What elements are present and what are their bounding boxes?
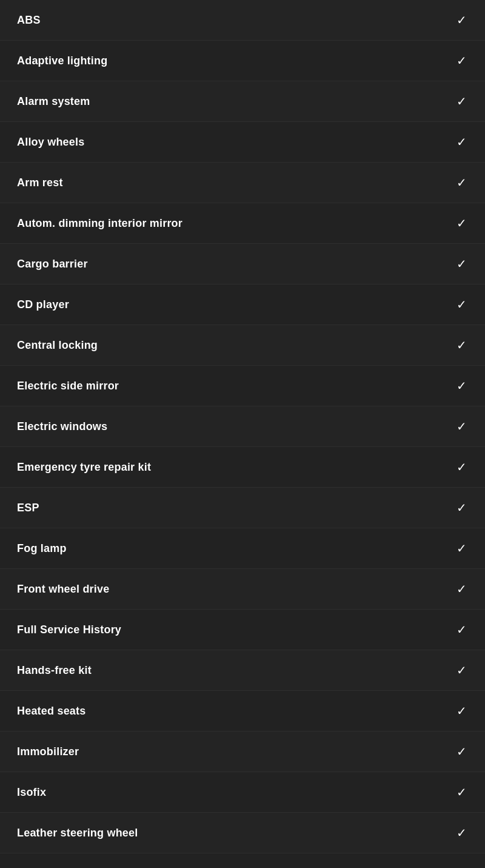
- feature-label-central-locking: Central locking: [17, 339, 98, 352]
- feature-item-esp: ESP: [0, 488, 485, 528]
- check-icon-isofix: [455, 786, 468, 799]
- feature-item-immobilizer: Immobilizer: [0, 732, 485, 772]
- feature-item-fog-lamp: Fog lamp: [0, 528, 485, 569]
- feature-item-central-locking: Central locking: [0, 325, 485, 366]
- check-icon-emergency-tyre-repair-kit: [455, 460, 468, 474]
- feature-label-alarm-system: Alarm system: [17, 95, 90, 108]
- check-icon-abs: [455, 13, 468, 27]
- feature-item-abs: ABS: [0, 0, 485, 41]
- feature-item-leather-steering-wheel: Leather steering wheel: [0, 813, 485, 853]
- check-icon-electric-side-mirror: [455, 379, 468, 392]
- feature-label-adaptive-lighting: Adaptive lighting: [17, 55, 107, 67]
- feature-item-adaptive-lighting: Adaptive lighting: [0, 41, 485, 81]
- feature-item-heated-seats: Heated seats: [0, 691, 485, 732]
- feature-item-electric-windows: Electric windows: [0, 406, 485, 447]
- feature-item-electric-side-mirror: Electric side mirror: [0, 366, 485, 406]
- feature-label-isofix: Isofix: [17, 786, 46, 799]
- feature-label-leather-steering-wheel: Leather steering wheel: [17, 827, 138, 839]
- feature-label-alloy-wheels: Alloy wheels: [17, 136, 84, 149]
- check-icon-hands-free-kit: [455, 664, 468, 677]
- feature-list: ABSAdaptive lightingAlarm systemAlloy wh…: [0, 0, 485, 868]
- feature-label-emergency-tyre-repair-kit: Emergency tyre repair kit: [17, 461, 151, 474]
- feature-label-arm-rest: Arm rest: [17, 177, 63, 189]
- feature-label-front-wheel-drive: Front wheel drive: [17, 583, 109, 596]
- feature-item-isofix: Isofix: [0, 772, 485, 813]
- check-icon-full-service-history: [455, 623, 468, 636]
- feature-item-light-sensor: Light sensor: [0, 853, 485, 868]
- check-icon-front-wheel-drive: [455, 582, 468, 596]
- check-icon-arm-rest: [455, 176, 468, 189]
- feature-item-autom-dimming-interior-mirror: Autom. dimming interior mirror: [0, 203, 485, 244]
- feature-label-electric-side-mirror: Electric side mirror: [17, 380, 119, 392]
- feature-item-hands-free-kit: Hands-free kit: [0, 650, 485, 691]
- check-icon-leather-steering-wheel: [455, 826, 468, 839]
- feature-label-esp: ESP: [17, 502, 39, 514]
- feature-label-abs: ABS: [17, 14, 41, 27]
- feature-label-autom-dimming-interior-mirror: Autom. dimming interior mirror: [17, 217, 182, 230]
- check-icon-adaptive-lighting: [455, 54, 468, 67]
- check-icon-fog-lamp: [455, 542, 468, 555]
- feature-item-full-service-history: Full Service History: [0, 610, 485, 650]
- check-icon-esp: [455, 501, 468, 514]
- feature-label-full-service-history: Full Service History: [17, 624, 121, 636]
- feature-label-fog-lamp: Fog lamp: [17, 542, 67, 555]
- feature-item-cargo-barrier: Cargo barrier: [0, 244, 485, 284]
- feature-item-cd-player: CD player: [0, 284, 485, 325]
- check-icon-alarm-system: [455, 95, 468, 108]
- feature-label-cargo-barrier: Cargo barrier: [17, 258, 88, 271]
- feature-item-emergency-tyre-repair-kit: Emergency tyre repair kit: [0, 447, 485, 488]
- check-icon-autom-dimming-interior-mirror: [455, 217, 468, 230]
- feature-label-hands-free-kit: Hands-free kit: [17, 664, 92, 677]
- feature-item-front-wheel-drive: Front wheel drive: [0, 569, 485, 610]
- feature-item-alloy-wheels: Alloy wheels: [0, 122, 485, 163]
- check-icon-immobilizer: [455, 745, 468, 758]
- check-icon-cd-player: [455, 298, 468, 311]
- feature-item-arm-rest: Arm rest: [0, 163, 485, 203]
- feature-item-alarm-system: Alarm system: [0, 81, 485, 122]
- check-icon-alloy-wheels: [455, 135, 468, 149]
- feature-label-cd-player: CD player: [17, 298, 69, 311]
- check-icon-central-locking: [455, 338, 468, 352]
- feature-label-immobilizer: Immobilizer: [17, 745, 79, 758]
- feature-label-heated-seats: Heated seats: [17, 705, 85, 718]
- check-icon-heated-seats: [455, 704, 468, 718]
- feature-label-electric-windows: Electric windows: [17, 420, 107, 433]
- check-icon-cargo-barrier: [455, 257, 468, 271]
- check-icon-electric-windows: [455, 420, 468, 433]
